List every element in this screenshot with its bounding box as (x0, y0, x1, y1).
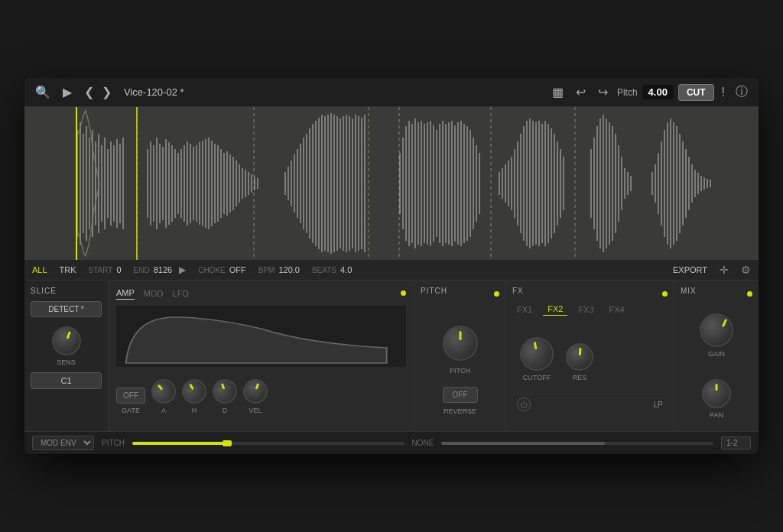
tab-amp[interactable]: AMP (116, 287, 135, 300)
mod-env-select[interactable]: MOD ENV (32, 436, 94, 450)
tab-fx1[interactable]: FX1 (512, 303, 537, 316)
gate-off-button[interactable]: OFF (116, 388, 145, 404)
output-select[interactable]: 1-2 (721, 436, 751, 449)
sens-knob[interactable] (47, 323, 85, 360)
transport-beats[interactable]: BEATS 4.0 (312, 265, 352, 274)
transport-trk[interactable]: TRK (60, 265, 76, 274)
svg-rect-153 (676, 126, 677, 241)
info-icon[interactable]: ⓘ (733, 83, 751, 102)
svg-rect-101 (457, 122, 459, 245)
transport-choke[interactable]: CHOKE OFF (198, 265, 246, 274)
none-slider[interactable] (441, 442, 713, 445)
svg-rect-134 (599, 118, 601, 248)
toolbar-right: Pitch 4.00 CUT ! ⓘ (617, 83, 751, 102)
move-icon[interactable]: ✛ (720, 264, 729, 276)
a-knob[interactable] (146, 374, 180, 408)
redo-icon[interactable]: ↪ (595, 83, 611, 101)
fx-power-button[interactable]: ⏻ (517, 397, 531, 411)
transport-end[interactable]: END 8126 ▶ (134, 264, 187, 275)
tab-lfo[interactable]: LFO (173, 287, 189, 300)
svg-rect-70 (330, 113, 332, 254)
svg-rect-120 (532, 121, 534, 246)
svg-rect-126 (551, 128, 552, 238)
tab-fx2[interactable]: FX2 (543, 303, 567, 316)
forward-icon[interactable]: ❯ (99, 83, 115, 101)
main-content: SLICE DETECT * SENS C1 AMP MOD LFO (24, 281, 759, 431)
svg-rect-75 (346, 115, 347, 252)
res-knob[interactable] (564, 342, 594, 371)
svg-rect-48 (239, 164, 240, 203)
cut-button[interactable]: CUT (678, 84, 714, 101)
nav-buttons: ❮ ❯ (81, 83, 115, 101)
settings-icon[interactable]: ⚙ (741, 264, 751, 276)
svg-rect-4 (86, 126, 87, 241)
pitch-knob[interactable] (443, 326, 478, 361)
file-title: Vice-120-02 * (124, 86, 543, 98)
svg-rect-162 (703, 177, 705, 190)
svg-rect-133 (596, 126, 598, 241)
svg-rect-26 (171, 145, 173, 222)
mix-panel: MIX GAIN PAN (674, 281, 759, 431)
svg-rect-49 (242, 168, 243, 199)
d-label: D (223, 407, 228, 414)
svg-rect-46 (232, 157, 234, 210)
transport-bpm[interactable]: BPM 120.0 (258, 265, 300, 274)
back-icon[interactable]: ❮ (81, 83, 97, 101)
grid-icon[interactable]: ▦ (549, 83, 567, 101)
pitch-off-button[interactable]: OFF (443, 387, 478, 403)
transport-export[interactable]: EXPORT (673, 265, 707, 274)
a-knob-container: A (151, 379, 176, 414)
pitch-header: PITCH (421, 287, 499, 301)
svg-rect-68 (324, 116, 326, 251)
pan-knob[interactable] (702, 379, 731, 408)
svg-rect-127 (554, 134, 555, 233)
svg-rect-146 (655, 164, 656, 203)
tab-fx4[interactable]: FX4 (605, 303, 629, 316)
svg-rect-139 (615, 134, 616, 233)
undo-icon[interactable]: ↩ (573, 83, 589, 101)
svg-rect-93 (433, 125, 434, 242)
end-play-icon[interactable]: ▶ (179, 264, 186, 275)
pitch-slider[interactable] (132, 442, 404, 445)
svg-rect-85 (408, 121, 410, 246)
d-knob[interactable] (209, 375, 240, 407)
svg-rect-9 (101, 145, 102, 222)
svg-rect-141 (621, 157, 622, 210)
svg-rect-152 (673, 122, 674, 245)
tab-fx3[interactable]: FX3 (573, 303, 598, 316)
vel-knob[interactable] (239, 375, 271, 407)
play-icon[interactable]: ▶ (60, 83, 75, 101)
transport-all[interactable]: ALL (32, 265, 47, 274)
svg-rect-51 (248, 172, 249, 195)
vel-knob-container: VEL (243, 379, 268, 414)
svg-rect-96 (442, 121, 443, 246)
svg-rect-80 (361, 118, 362, 249)
svg-rect-98 (448, 122, 450, 245)
search-icon[interactable]: 🔍 (32, 83, 54, 101)
svg-rect-76 (349, 116, 350, 251)
sens-label: SENS (57, 358, 76, 366)
transport-start[interactable]: START 0 (89, 265, 122, 274)
tab-mod[interactable]: MOD (144, 287, 164, 300)
c1-button[interactable]: C1 (31, 372, 102, 389)
fx-knobs: CUTOFF RES (512, 323, 668, 388)
cutoff-knob[interactable] (518, 335, 557, 374)
pitch-panel: PITCH PITCH OFF REVERSE (414, 281, 506, 431)
waveform-area[interactable] (24, 107, 759, 260)
gain-label: GAIN (708, 350, 725, 358)
alert-icon[interactable]: ! (719, 84, 728, 101)
svg-rect-29 (180, 149, 182, 218)
svg-rect-10 (104, 138, 106, 229)
svg-rect-66 (318, 118, 320, 249)
svg-rect-105 (469, 130, 471, 237)
svg-rect-34 (196, 145, 197, 222)
svg-rect-7 (95, 141, 96, 225)
detect-button[interactable]: DETECT * (31, 301, 102, 317)
svg-rect-122 (538, 121, 540, 246)
svg-rect-59 (297, 149, 298, 218)
slider-thumb[interactable] (223, 440, 232, 446)
svg-rect-137 (609, 122, 610, 245)
gain-knob[interactable] (700, 313, 733, 347)
h-knob[interactable] (177, 375, 211, 408)
bottom-bar: MOD ENV PITCH NONE 1-2 (24, 431, 759, 454)
